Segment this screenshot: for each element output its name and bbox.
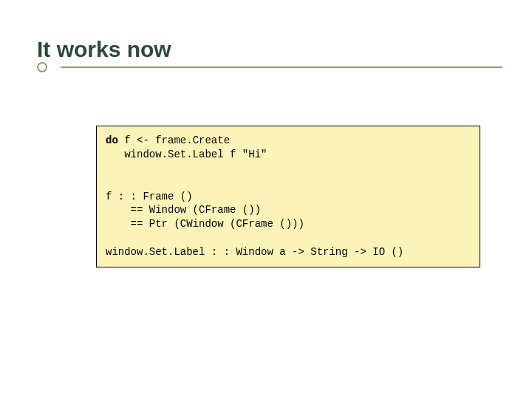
- code-keyword-do: do: [106, 134, 118, 146]
- title-underline: [61, 66, 502, 68]
- code-line-3: f : : Frame (): [106, 191, 193, 202]
- slide: It works now do f <- frame.Create window…: [0, 0, 532, 399]
- code-line-5: == Ptr (CWindow (CFrame ())): [106, 218, 304, 230]
- code-line-1: f <- frame.Create: [118, 134, 230, 146]
- title-area: It works now: [37, 37, 502, 68]
- bullet-icon: [37, 62, 47, 72]
- slide-title: It works now: [37, 37, 502, 62]
- code-line-2: window.Set.Label f "Hi": [106, 149, 267, 160]
- code-line-6: window.Set.Label : : Window a -> String …: [106, 246, 403, 258]
- code-block: do f <- frame.Create window.Set.Label f …: [96, 126, 480, 267]
- code-line-4: == Window (CFrame ()): [106, 204, 261, 216]
